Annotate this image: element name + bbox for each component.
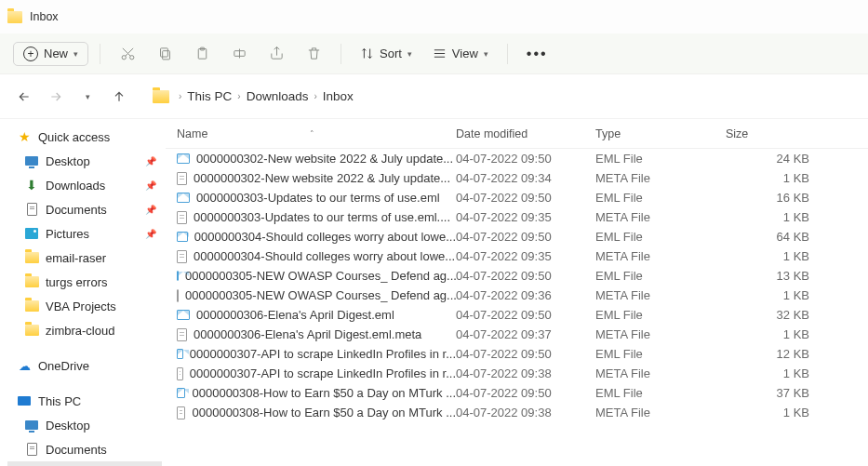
new-button-label: New bbox=[44, 47, 68, 60]
chevron-right-icon: › bbox=[237, 91, 240, 101]
file-type: META File bbox=[595, 366, 726, 380]
col-name[interactable]: Name ˄ bbox=[177, 127, 456, 140]
back-button[interactable] bbox=[13, 86, 35, 108]
meta-file-icon bbox=[177, 367, 183, 380]
paste-button[interactable] bbox=[186, 40, 218, 68]
file-date: 04-07-2022 09:37 bbox=[456, 327, 595, 341]
delete-button[interactable] bbox=[298, 40, 329, 68]
up-button[interactable] bbox=[108, 86, 130, 108]
file-type: META File bbox=[595, 288, 726, 302]
sidebar-this-pc[interactable]: This PC bbox=[7, 389, 162, 413]
breadcrumb-seg[interactable]: Downloads bbox=[247, 89, 309, 103]
file-size: 1 KB bbox=[726, 210, 837, 224]
sidebar-item-label: zimbra-cloud bbox=[46, 324, 114, 338]
sidebar-item-label: Documents bbox=[46, 203, 107, 217]
file-row[interactable]: 0000000302-New website 2022 & July updat… bbox=[166, 149, 868, 168]
file-row[interactable]: 0000000304-Should colleges worry about l… bbox=[166, 227, 868, 246]
col-date[interactable]: Date modified bbox=[456, 127, 595, 140]
file-type: META File bbox=[595, 249, 726, 263]
sidebar-item[interactable]: Desktop bbox=[7, 413, 162, 437]
col-size[interactable]: Size bbox=[726, 127, 837, 140]
folder-icon bbox=[153, 90, 169, 103]
view-button[interactable]: View ▾ bbox=[425, 43, 496, 64]
file-row[interactable]: 0000000305-NEW OWASP Courses_ Defend ag.… bbox=[166, 286, 868, 305]
share-button[interactable] bbox=[260, 40, 292, 68]
file-date: 04-07-2022 09:35 bbox=[456, 249, 595, 263]
sidebar-onedrive[interactable]: ☁ OneDrive bbox=[7, 353, 162, 378]
sidebar-item[interactable]: Documents bbox=[7, 437, 162, 461]
meta-file-icon bbox=[177, 406, 185, 419]
file-name: 0000000308-How to Earn $50 a Day on MTur… bbox=[192, 406, 456, 419]
column-headers: Name ˄ Date modified Type Size bbox=[166, 119, 868, 149]
body: ★ Quick access Desktop📌⬇Downloads📌Docume… bbox=[0, 119, 868, 466]
sidebar-label: This PC bbox=[38, 394, 81, 408]
rename-button[interactable] bbox=[223, 40, 255, 68]
file-row[interactable]: 0000000305-NEW OWASP Courses_ Defend ag.… bbox=[166, 266, 868, 286]
sidebar-item[interactable]: turgs errors bbox=[7, 270, 162, 294]
recent-button[interactable]: ▾ bbox=[76, 86, 99, 108]
plus-icon: + bbox=[23, 47, 38, 61]
sidebar-item[interactable]: Documents📌 bbox=[7, 197, 162, 221]
file-size: 16 KB bbox=[726, 191, 837, 205]
file-row[interactable]: 0000000308-How to Earn $50 a Day on MTur… bbox=[166, 403, 868, 422]
sidebar-quick-access[interactable]: ★ Quick access bbox=[7, 125, 162, 149]
sidebar-item[interactable]: Desktop📌 bbox=[7, 149, 162, 173]
folder-icon bbox=[7, 11, 22, 23]
more-button[interactable]: ••• bbox=[519, 46, 555, 62]
breadcrumb[interactable]: › This PC › Downloads › Inbox bbox=[153, 89, 354, 103]
meta-file-icon bbox=[177, 289, 179, 302]
file-row[interactable]: 0000000307-API to scrape LinkedIn Profil… bbox=[166, 344, 868, 364]
separator bbox=[100, 44, 100, 64]
file-name: 0000000303-Updates to our terms of use.e… bbox=[196, 191, 440, 205]
file-row[interactable]: 0000000304-Should colleges worry about l… bbox=[166, 246, 868, 266]
sort-indicator-icon: ˄ bbox=[310, 129, 314, 139]
chevron-down-icon: ▾ bbox=[407, 49, 412, 59]
sidebar-item[interactable]: email-raser bbox=[7, 246, 162, 270]
pin-icon: 📌 bbox=[145, 205, 156, 215]
file-type: META File bbox=[595, 327, 726, 341]
breadcrumb-seg[interactable]: This PC bbox=[187, 89, 232, 103]
sidebar-item[interactable]: ⬇Downloads bbox=[7, 461, 162, 466]
folder-icon bbox=[24, 299, 39, 313]
file-row[interactable]: 0000000303-Updates to our terms of use.e… bbox=[166, 207, 868, 227]
breadcrumb-seg[interactable]: Inbox bbox=[323, 89, 354, 103]
file-date: 04-07-2022 09:38 bbox=[456, 406, 595, 419]
file-row[interactable]: 0000000306-Elena's April Digest.eml04-07… bbox=[166, 305, 868, 325]
pin-icon: 📌 bbox=[145, 229, 156, 239]
file-row[interactable]: 0000000308-How to Earn $50 a Day on MTur… bbox=[166, 383, 868, 403]
separator bbox=[507, 44, 508, 64]
toolbar: + New ▾ Sort ▾ View ▾ ••• bbox=[0, 33, 868, 74]
forward-button[interactable] bbox=[45, 86, 67, 108]
sort-label: Sort bbox=[380, 47, 402, 60]
window-title: Inbox bbox=[30, 10, 59, 23]
desktop-icon bbox=[24, 153, 39, 168]
svg-rect-2 bbox=[162, 51, 169, 60]
file-row[interactable]: 0000000303-Updates to our terms of use.e… bbox=[166, 188, 868, 207]
file-type: EML File bbox=[595, 191, 726, 205]
new-button[interactable]: + New ▾ bbox=[13, 42, 88, 66]
eml-file-icon bbox=[177, 271, 179, 281]
file-date: 04-07-2022 09:50 bbox=[456, 386, 595, 400]
sidebar-item[interactable]: VBA Projects bbox=[7, 294, 162, 318]
file-size: 64 KB bbox=[726, 230, 837, 244]
nav-row: ▾ › This PC › Downloads › Inbox bbox=[0, 74, 868, 119]
col-type[interactable]: Type bbox=[595, 127, 726, 140]
copy-button[interactable] bbox=[149, 40, 180, 68]
file-row[interactable]: 0000000302-New website 2022 & July updat… bbox=[166, 168, 868, 188]
sidebar-item[interactable]: zimbra-cloud bbox=[7, 318, 162, 342]
file-date: 04-07-2022 09:50 bbox=[456, 191, 595, 205]
cut-button[interactable] bbox=[112, 40, 143, 68]
meta-file-icon bbox=[177, 211, 187, 224]
sort-button[interactable]: Sort ▾ bbox=[353, 43, 420, 64]
file-name: 0000000302-New website 2022 & July updat… bbox=[196, 152, 453, 166]
file-type: EML File bbox=[595, 269, 726, 283]
sidebar-item[interactable]: Pictures📌 bbox=[7, 221, 162, 246]
sidebar-item[interactable]: ⬇Downloads📌 bbox=[7, 173, 162, 197]
document-icon bbox=[24, 202, 39, 217]
file-row[interactable]: 0000000307-API to scrape LinkedIn Profil… bbox=[166, 364, 868, 383]
pin-icon: 📌 bbox=[145, 156, 156, 166]
file-row[interactable]: 0000000306-Elena's April Digest.eml.meta… bbox=[166, 325, 868, 344]
chevron-down-icon: ▾ bbox=[73, 49, 78, 59]
file-name: 0000000304-Should colleges worry about l… bbox=[194, 230, 456, 244]
file-size: 1 KB bbox=[726, 249, 837, 263]
